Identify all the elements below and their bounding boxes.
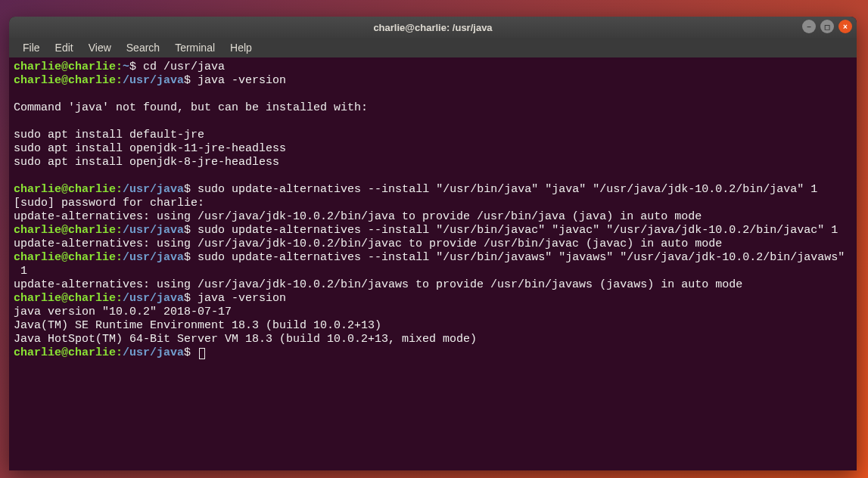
prompt-userhost: charlie@charlie: [14, 346, 116, 359]
command-text: cd /usr/java: [136, 61, 225, 73]
prompt-path: /usr/java: [123, 183, 184, 196]
terminal-output: sudo apt install openjdk-8-jre-headless: [14, 156, 852, 169]
prompt-path: /usr/java: [123, 224, 184, 237]
menu-search[interactable]: Search: [119, 40, 167, 55]
prompt-userhost: charlie@charlie: [14, 183, 116, 196]
terminal-output: sudo apt install openjdk-11-jre-headless: [14, 142, 852, 156]
prompt-userhost: charlie@charlie: [14, 61, 116, 73]
command-text: java -version: [191, 292, 286, 305]
menu-view[interactable]: View: [81, 40, 119, 55]
prompt-dollar: $: [184, 346, 191, 359]
window-controls: – ◻ ×: [802, 20, 852, 33]
command-text: java -version: [191, 74, 286, 87]
terminal-output: [14, 88, 852, 101]
close-button[interactable]: ×: [838, 20, 852, 33]
prompt-userhost: charlie@charlie: [14, 224, 116, 237]
prompt-dollar: $: [184, 292, 191, 305]
terminal-output: sudo apt install default-jre: [14, 129, 852, 142]
terminal-output: update-alternatives: using /usr/java/jdk…: [14, 278, 852, 292]
prompt-userhost: charlie@charlie: [14, 74, 116, 87]
command-text-wrap: 1: [14, 265, 852, 278]
prompt-colon: :: [116, 74, 123, 87]
menu-help[interactable]: Help: [222, 40, 260, 55]
prompt-path: /usr/java: [123, 251, 184, 264]
prompt-path: /usr/java: [123, 292, 184, 305]
cursor-icon: [199, 348, 205, 359]
terminal-line: charlie@charlie:/usr/java$ java -version: [14, 292, 852, 306]
terminal-output: [14, 115, 852, 129]
terminal-line: charlie@charlie:/usr/java$: [14, 346, 852, 360]
terminal-line: charlie@charlie:/usr/java$ sudo update-a…: [14, 251, 852, 265]
command-text: sudo update-alternatives --install "/usr…: [191, 251, 845, 264]
terminal-line: charlie@charlie:/usr/java$ java -version: [14, 74, 852, 88]
terminal-output: update-alternatives: using /usr/java/jdk…: [14, 210, 852, 224]
terminal-line: charlie@charlie:/usr/java$ sudo update-a…: [14, 224, 852, 237]
terminal-output: [sudo] password for charlie:: [14, 197, 852, 210]
menubar: File Edit View Search Terminal Help: [9, 38, 857, 57]
prompt-path-home: ~: [123, 61, 129, 73]
prompt-dollar: $: [184, 74, 191, 87]
minimize-button[interactable]: –: [802, 20, 816, 33]
menu-file[interactable]: File: [15, 40, 48, 55]
command-text: sudo update-alternatives --install "/usr…: [191, 224, 838, 237]
terminal-output: java version "10.0.2" 2018-07-17: [14, 306, 852, 319]
window-title: charlie@charlie: /usr/java: [373, 22, 492, 33]
prompt-dollar: $: [184, 224, 191, 237]
terminal-output: Command 'java' not found, but can be ins…: [14, 101, 852, 115]
prompt-colon: :: [116, 346, 123, 359]
prompt-path: /usr/java: [123, 74, 184, 87]
prompt-dollar: $: [184, 251, 191, 264]
menu-edit[interactable]: Edit: [48, 40, 81, 55]
prompt-colon: :: [116, 251, 123, 264]
titlebar: charlie@charlie: /usr/java – ◻ ×: [9, 17, 857, 38]
terminal-line: charlie@charlie:~$ cd /usr/java: [14, 61, 852, 74]
command-text: sudo update-alternatives --install "/usr…: [191, 183, 817, 196]
terminal-body[interactable]: charlie@charlie:~$ cd /usr/javacharlie@c…: [9, 57, 857, 470]
prompt-colon: :: [116, 61, 123, 73]
prompt-dollar: $: [129, 61, 136, 73]
terminal-line: charlie@charlie:/usr/java$ sudo update-a…: [14, 183, 852, 197]
terminal-output: Java HotSpot(TM) 64-Bit Server VM 18.3 (…: [14, 333, 852, 346]
terminal-output: Java(TM) SE Runtime Environment 18.3 (bu…: [14, 319, 852, 333]
command-text: [191, 346, 198, 359]
prompt-userhost: charlie@charlie: [14, 251, 116, 264]
prompt-path: /usr/java: [123, 346, 184, 359]
terminal-output: update-alternatives: using /usr/java/jdk…: [14, 237, 852, 251]
prompt-userhost: charlie@charlie: [14, 292, 116, 305]
prompt-colon: :: [116, 292, 123, 305]
prompt-colon: :: [116, 224, 123, 237]
terminal-window: charlie@charlie: /usr/java – ◻ × File Ed…: [9, 17, 857, 470]
terminal-output: [14, 169, 852, 183]
prompt-dollar: $: [184, 183, 191, 196]
maximize-button[interactable]: ◻: [820, 20, 834, 33]
menu-terminal[interactable]: Terminal: [167, 40, 222, 55]
prompt-colon: :: [116, 183, 123, 196]
